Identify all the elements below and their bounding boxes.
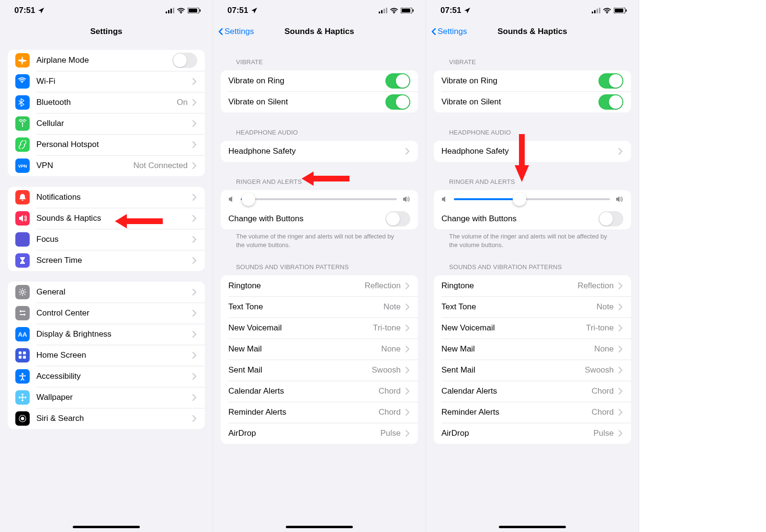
row-vibrate-ring[interactable]: Vibrate on Ring [221, 70, 418, 91]
row-pattern[interactable]: Calendar AlertsChord [221, 381, 418, 402]
chevron-right-icon [192, 99, 197, 106]
settings-row-focus[interactable]: Focus [8, 229, 205, 250]
row-label: Vibrate on Silent [441, 97, 598, 107]
toggle-airplane[interactable] [172, 53, 197, 68]
settings-row-general[interactable]: General [8, 282, 205, 303]
row-label: Headphone Safety [441, 147, 618, 156]
row-pattern[interactable]: New VoicemailTri-tone [221, 317, 418, 339]
settings-row-cellular[interactable]: Cellular [8, 113, 205, 134]
back-button[interactable]: Settings [218, 21, 254, 42]
group-patterns: RingtoneReflectionText ToneNoteNew Voice… [221, 275, 418, 444]
row-pattern[interactable]: AirDropPulse [221, 423, 418, 444]
row-pattern[interactable]: RingtoneReflection [434, 275, 631, 296]
aa-icon [15, 327, 30, 341]
row-label: Calendar Alerts [228, 386, 379, 396]
row-label: Sent Mail [228, 365, 372, 375]
phone-settings: 07:51 Settings Airplane ModeWi-FiBluetoo… [0, 0, 213, 532]
row-label: AirDrop [228, 429, 380, 438]
phone-sounds-mid: 07:51SettingsSounds & HapticsVibrateVibr… [426, 0, 639, 532]
chevron-right-icon [618, 325, 623, 331]
row-headphone-safety[interactable]: Headphone Safety [221, 141, 418, 162]
page-title: Sounds & Haptics [497, 27, 567, 36]
row-pattern[interactable]: Reminder AlertsChord [434, 402, 631, 423]
settings-row-screentime[interactable]: Screen Time [8, 250, 205, 271]
row-pattern[interactable]: Sent MailSwoosh [221, 360, 418, 381]
row-pattern[interactable]: Reminder AlertsChord [221, 402, 418, 423]
ringer-slider[interactable] [454, 198, 610, 200]
section-header-ringer: Ringer and Alerts [441, 174, 623, 188]
row-vibrate-silent[interactable]: Vibrate on Silent [434, 91, 631, 113]
row-pattern[interactable]: Calendar AlertsChord [434, 381, 631, 402]
status-time: 07:51 [440, 6, 461, 15]
toggle-vibrate-ring[interactable] [598, 73, 623, 89]
settings-row-controlcenter[interactable]: Control Center [8, 303, 205, 324]
status-bar: 07:51 [426, 0, 639, 21]
group-vibrate: Vibrate on RingVibrate on Silent [434, 70, 631, 113]
row-pattern[interactable]: Text ToneNote [434, 296, 631, 317]
settings-row-vpn[interactable]: VPNNot Connected [8, 155, 205, 176]
row-pattern[interactable]: RingtoneReflection [221, 275, 418, 296]
row-detail: None [381, 344, 401, 354]
row-pattern[interactable]: AirDropPulse [434, 423, 631, 444]
settings-row-wifi[interactable]: Wi-Fi [8, 71, 205, 92]
chevron-right-icon [405, 430, 410, 437]
row-pattern[interactable]: New MailNone [221, 339, 418, 360]
settings-row-homescreen[interactable]: Home Screen [8, 345, 205, 366]
row-label: General [36, 287, 192, 297]
settings-row-wallpaper[interactable]: Wallpaper [8, 387, 205, 408]
row-pattern[interactable]: New MailNone [434, 339, 631, 360]
toggle-change-buttons[interactable] [598, 211, 623, 226]
settings-row-accessibility[interactable]: Accessibility [8, 366, 205, 387]
chevron-right-icon [618, 346, 623, 352]
group-ringer: Change with Buttons [221, 190, 418, 229]
settings-row-hotspot[interactable]: Personal Hotspot [8, 134, 205, 155]
moon-icon [15, 232, 30, 247]
settings-row-notifications[interactable]: Notifications [8, 187, 205, 208]
battery-icon [401, 8, 414, 13]
row-pattern[interactable]: Text ToneNote [221, 296, 418, 317]
toggle-change-buttons[interactable] [385, 211, 410, 226]
row-label: Wi-Fi [36, 77, 192, 86]
chevron-right-icon [618, 388, 623, 395]
row-vibrate-silent[interactable]: Vibrate on Silent [221, 91, 418, 113]
row-label: Notifications [36, 192, 192, 202]
row-pattern[interactable]: Sent MailSwoosh [434, 360, 631, 381]
ringer-slider[interactable] [241, 198, 397, 200]
row-pattern[interactable]: New VoicemailTri-tone [434, 317, 631, 339]
row-label: Airplane Mode [36, 56, 172, 65]
row-label: Vibrate on Ring [441, 76, 598, 86]
siri-icon [15, 411, 30, 426]
row-label: New Voicemail [228, 323, 373, 333]
home-indicator [73, 526, 140, 528]
group-ringer: Change with Buttons [434, 190, 631, 229]
toggle-vibrate-ring[interactable] [385, 73, 410, 89]
row-detail: Note [597, 302, 614, 312]
chevron-right-icon [192, 215, 197, 222]
row-change-buttons[interactable]: Change with Buttons [221, 208, 418, 229]
settings-row-airplane[interactable]: Airplane Mode [8, 50, 205, 71]
settings-group-alerts: NotificationsSounds & HapticsFocusScreen… [8, 187, 205, 271]
row-label: New Mail [441, 344, 594, 354]
nav-bar: SettingsSounds & Haptics [426, 21, 639, 42]
row-change-buttons[interactable]: Change with Buttons [434, 208, 631, 229]
settings-row-sounds[interactable]: Sounds & Haptics [8, 208, 205, 229]
speaker-icon [15, 211, 30, 226]
settings-row-bluetooth[interactable]: BluetoothOn [8, 92, 205, 113]
toggle-vibrate-silent[interactable] [385, 94, 410, 110]
row-detail: Note [383, 302, 401, 312]
chevron-right-icon [405, 148, 410, 155]
settings-row-siri[interactable]: Siri & Search [8, 408, 205, 429]
row-detail: Pulse [380, 429, 401, 438]
back-button[interactable]: Settings [431, 21, 467, 42]
row-vibrate-ring[interactable]: Vibrate on Ring [434, 70, 631, 91]
speaker-high-icon [616, 196, 623, 203]
row-detail: Reflection [577, 281, 614, 291]
row-headphone-safety[interactable]: Headphone Safety [434, 141, 631, 162]
toggle-vibrate-silent[interactable] [598, 94, 623, 110]
link-icon [15, 137, 30, 152]
settings-row-display[interactable]: Display & Brightness [8, 324, 205, 345]
cellular-icon [379, 8, 387, 13]
bell-icon [15, 190, 30, 204]
bluetooth-icon [15, 95, 30, 110]
row-label: Sounds & Haptics [36, 214, 192, 223]
